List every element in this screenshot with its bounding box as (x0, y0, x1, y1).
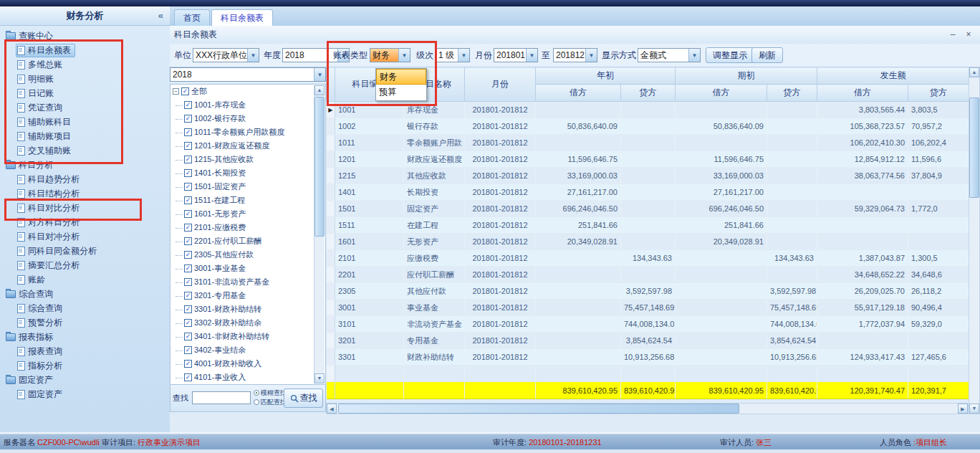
grid-cell[interactable] (621, 201, 676, 217)
grid-cell[interactable] (536, 102, 621, 118)
col-debit[interactable]: 借方 (676, 85, 767, 102)
grid-cell[interactable]: 1,300,5 (908, 250, 969, 267)
grid-cell[interactable] (767, 366, 817, 382)
grid-cell[interactable] (621, 135, 676, 151)
grid-cell[interactable]: 201801-201812 (465, 333, 536, 349)
grid-cell[interactable] (817, 333, 908, 349)
grid-cell[interactable]: 应缴税费 (404, 250, 465, 267)
sidebar-item-科目对冲分析[interactable]: 科目对冲分析 (0, 229, 170, 244)
grid-cell[interactable]: 201801-201812 (465, 217, 536, 234)
sidebar-item-明细账[interactable]: 明细账 (0, 72, 170, 86)
tree-node[interactable]: ✓3301-财政补助结转 (170, 302, 325, 316)
checkbox-checked-icon[interactable]: ✓ (184, 224, 192, 232)
grid-row[interactable]: 1011零余额账户用款201801-201812106,202,410.3010… (327, 135, 969, 151)
grid-cell[interactable] (676, 349, 767, 366)
month-to-select[interactable]: 201812 ▼ (553, 48, 597, 62)
grid-cell[interactable]: 无形资产 (404, 234, 465, 250)
checkbox-checked-icon[interactable]: ✓ (184, 210, 192, 218)
grid-cell[interactable]: 3,854,624.54 (767, 333, 817, 349)
sidebar-item-科目趋势分析[interactable]: 科目趋势分析 (0, 172, 170, 186)
tree-node[interactable]: ✓3302-财政补助结余 (170, 316, 325, 330)
col-group-period-begin[interactable]: 期初 (676, 67, 817, 85)
grid-cell[interactable] (676, 316, 767, 333)
grid-cell[interactable] (767, 217, 817, 234)
grid-cell[interactable]: 90,496,4 (908, 300, 969, 316)
tree-node[interactable]: ✓1501-固定资产 (170, 180, 325, 194)
tree-node[interactable]: ✓1401-长期投资 (170, 166, 325, 180)
grid-cell[interactable] (536, 135, 621, 151)
grid-cell[interactable]: 1215 (335, 168, 404, 184)
grid-cell[interactable]: 201801-201812 (465, 168, 536, 184)
tree-node[interactable]: ✓3401-非财政补助结转 (170, 330, 325, 343)
grid-cell[interactable] (621, 118, 676, 135)
scrollbar-thumb[interactable] (338, 404, 739, 414)
checkbox-checked-icon[interactable]: ✓ (184, 196, 192, 204)
sidebar-item-科目结构分析[interactable]: 科目结构分析 (0, 186, 170, 201)
tree-node[interactable]: ✓2201-应付职工薪酬 (170, 234, 325, 248)
grid-cell[interactable]: 2101 (335, 250, 404, 267)
grid-cell[interactable] (536, 349, 621, 366)
col-debit[interactable]: 借方 (536, 85, 621, 102)
grid-row[interactable]: 3201专用基金201801-2018123,854,624.543,854,6… (327, 333, 969, 349)
sidebar-item-固定资产[interactable]: 固定资产 (0, 387, 170, 401)
scroll-up-icon[interactable]: ▲ (314, 85, 325, 95)
tree-node[interactable]: ✓3101-非流动资产基金 (170, 275, 325, 289)
sidebar-group-科目分析[interactable]: 科目分析 (0, 158, 170, 172)
tree-node[interactable]: ✓1601-无形资产 (170, 207, 325, 221)
grid-cell[interactable]: 1401 (335, 184, 404, 201)
tree-node[interactable]: ✓1001-库存现金 (170, 98, 325, 112)
grid-cell[interactable]: 10,913,256.68 (767, 349, 817, 366)
grid-cell[interactable] (404, 366, 465, 382)
checkbox-checked-icon[interactable]: ✓ (184, 183, 192, 191)
sidebar-item-科目对比分析[interactable]: 科目对比分析 (0, 201, 170, 215)
grid-row[interactable]: 1601无形资产201801-20181220,349,028.9120,349… (327, 234, 969, 250)
account-type-select[interactable]: 财务 ▼ (370, 48, 410, 62)
grid-cell[interactable] (767, 184, 817, 201)
grid-row[interactable]: 1401长期投资201801-20181227,161,217.0027,161… (327, 184, 969, 201)
grid-cell[interactable]: 1201 (335, 151, 404, 168)
sidebar-item-指标分析[interactable]: 指标分析 (0, 358, 170, 373)
grid-cell[interactable]: 106,202,4 (908, 135, 969, 151)
grid-cell[interactable]: 10,913,256.68 (621, 349, 676, 366)
col-credit[interactable]: 贷方 (767, 85, 817, 102)
collapse-sidebar-icon[interactable]: « (158, 6, 163, 25)
checkbox-checked-icon[interactable]: ✓ (181, 87, 189, 95)
grid-cell[interactable]: 1011 (335, 135, 404, 151)
grid-cell[interactable] (676, 333, 767, 349)
sidebar-item-对方科目分析[interactable]: 对方科目分析 (0, 215, 170, 229)
level-select[interactable]: 1 级 ▼ (436, 48, 470, 62)
scroll-up-icon[interactable]: ▲ (969, 67, 979, 77)
grid-cell[interactable] (767, 151, 817, 168)
grid-cell[interactable]: 3301 (335, 349, 404, 366)
grid-cell[interactable]: 26,118,2 (908, 283, 969, 300)
chevron-down-icon[interactable]: ▼ (585, 49, 597, 62)
scroll-right-icon[interactable]: ▶ (958, 404, 968, 414)
grid-cell[interactable] (908, 234, 969, 250)
grid-cell[interactable]: 1501 (335, 201, 404, 217)
grid-cell[interactable] (817, 234, 908, 250)
checkbox-checked-icon[interactable]: ✓ (184, 101, 192, 109)
chevron-down-icon[interactable]: ▼ (526, 49, 537, 62)
grid-cell[interactable] (767, 201, 817, 217)
match-search-radio[interactable]: 匹配查找 (254, 399, 287, 406)
tree-node[interactable]: ✓4101-事业收入 (170, 371, 325, 384)
grid-cell[interactable]: 1,387,043.87 (817, 250, 908, 267)
tree-node[interactable]: ✓1002-银行存款 (170, 112, 325, 125)
checkbox-checked-icon[interactable]: ✓ (184, 128, 192, 136)
grid-cell[interactable]: 34,648,6 (908, 267, 969, 283)
grid-row[interactable] (327, 366, 969, 382)
grid-cell[interactable]: 11,596,646.75 (536, 151, 621, 168)
chevron-down-icon[interactable]: ▼ (398, 49, 410, 62)
grid-cell[interactable]: 1,772,0 (908, 201, 969, 217)
grid-cell[interactable]: 127,465,6 (908, 349, 969, 366)
scroll-down-icon[interactable]: ▼ (314, 373, 325, 383)
sidebar-item-账龄[interactable]: 账龄 (0, 272, 170, 287)
grid-cell[interactable] (767, 118, 817, 135)
chevron-down-icon[interactable]: ▼ (247, 49, 259, 62)
grid-cell[interactable] (536, 316, 621, 333)
grid-cell[interactable]: 201801-201812 (465, 201, 536, 217)
scroll-down-icon[interactable]: ▼ (969, 404, 979, 414)
checkbox-checked-icon[interactable]: ✓ (184, 292, 192, 300)
grid-row[interactable]: 2305其他应付款201801-2018123,592,597.983,592,… (327, 283, 969, 300)
grid-cell[interactable]: 非流动资产基金 (404, 316, 465, 333)
